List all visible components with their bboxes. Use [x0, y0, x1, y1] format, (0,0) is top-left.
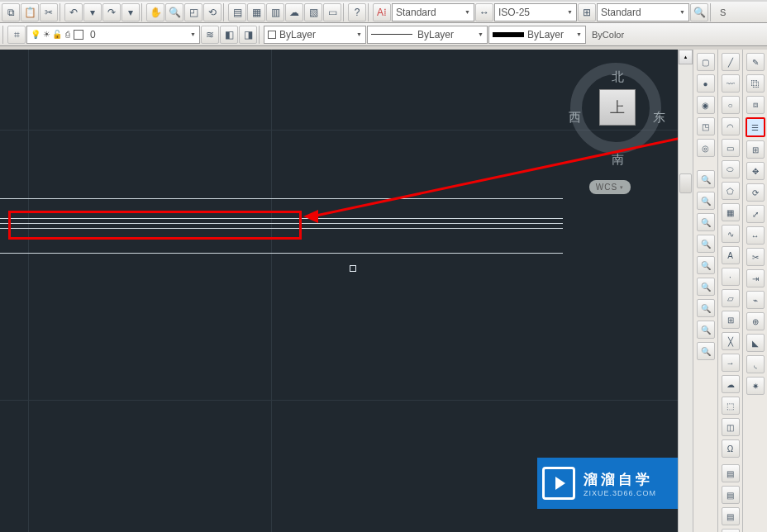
zoom-scale-icon[interactable]: 🔍	[697, 192, 715, 210]
scroll-up-button[interactable]: ▲	[679, 50, 693, 64]
viewcube-south[interactable]: 南	[612, 152, 624, 168]
viewcube[interactable]: 上 北 南 东 西 WCS	[562, 55, 678, 170]
extend-icon[interactable]: ⇥	[746, 269, 765, 287]
viewcube-west[interactable]: 西	[569, 110, 581, 126]
view-sphere2-icon[interactable]: ◉	[697, 96, 715, 114]
zoom-prev-icon[interactable]: 🔍	[697, 256, 715, 274]
layer-properties-button[interactable]: ⌗	[7, 26, 26, 44]
copy-icon[interactable]: ⿻	[746, 74, 765, 93]
viewcube-north[interactable]: 北	[612, 69, 624, 85]
offset-icon[interactable]: ☰	[746, 117, 765, 137]
ray-icon[interactable]: →	[722, 354, 740, 372]
zoom-realtime-button[interactable]: 🔍	[165, 3, 183, 21]
tool-palette-button[interactable]: ▥	[266, 3, 284, 21]
annoscale-button[interactable]: 🔍	[690, 3, 708, 21]
table-icon[interactable]: ⊞	[722, 311, 740, 329]
coord-sys-pill[interactable]: WCS	[589, 180, 631, 194]
point-icon[interactable]: ·	[722, 268, 740, 286]
mirror-icon[interactable]: ⧈	[746, 96, 765, 114]
explode-icon[interactable]: ✷	[746, 377, 765, 395]
zoom-ext-icon[interactable]: 🔍	[697, 235, 715, 253]
xline-icon[interactable]: ╳	[722, 332, 740, 350]
array-icon[interactable]: ⊞	[746, 140, 765, 159]
zoom-window-button[interactable]: ◰	[184, 3, 202, 21]
layers-a-icon[interactable]: ▤	[722, 464, 740, 482]
redo-button[interactable]: ↷	[102, 3, 121, 21]
match-prop-button[interactable]: ✂	[40, 3, 58, 21]
drawing-area[interactable]: 上 北 南 东 西 WCS 溜溜自学 ZIXUE.3D66.COM	[0, 50, 693, 532]
lineweight-dropdown[interactable]: ByLayer ▼	[488, 26, 586, 44]
dim-style-dropdown[interactable]: ISO-25 ▼	[494, 3, 577, 21]
line-icon[interactable]: ╱	[722, 53, 740, 71]
table-style-button[interactable]: ⊞	[578, 3, 596, 21]
view-sphere-icon[interactable]: ●	[697, 74, 715, 93]
revcloud-icon[interactable]: ☁	[722, 375, 740, 393]
scale-icon[interactable]: ⤢	[746, 205, 765, 223]
dim-style-button[interactable]: ↔	[475, 3, 493, 21]
pan-button[interactable]: ✋	[146, 3, 164, 21]
zoom-center-icon[interactable]: 🔍	[697, 170, 715, 188]
text-icon[interactable]: A	[722, 246, 740, 264]
block-icon[interactable]: ◫	[722, 418, 740, 436]
zoom-all-icon[interactable]: 🔍	[697, 278, 715, 296]
break-icon[interactable]: ⌁	[746, 291, 765, 309]
hatch-icon[interactable]: ▦	[722, 203, 740, 221]
paste-button[interactable]: 📋	[21, 3, 39, 21]
zoom-obj-icon[interactable]: 🔍	[697, 299, 715, 317]
props-button[interactable]: ▤	[228, 3, 246, 21]
ellipse-icon[interactable]: ⬭	[722, 160, 740, 178]
text-style-button[interactable]: A⁞	[373, 3, 391, 21]
pline-icon[interactable]: 〰	[722, 74, 740, 93]
zoom-sel-icon[interactable]: 🔍	[697, 213, 715, 231]
sheetset-button[interactable]: ▦	[247, 3, 265, 21]
vertical-scrollbar[interactable]: ▲	[678, 50, 693, 532]
layer-iso-button[interactable]: ◧	[220, 26, 238, 44]
rotate-icon[interactable]: ⟳	[746, 183, 765, 202]
circle-icon[interactable]: ○	[722, 96, 740, 114]
hide-icon[interactable]: ◎	[697, 139, 715, 157]
help-button[interactable]: ?	[348, 3, 366, 21]
copy-button[interactable]: ⧉	[2, 3, 20, 21]
viewcube-east[interactable]: 东	[653, 110, 665, 126]
move-icon[interactable]: ✥	[746, 162, 765, 180]
magnet-icon[interactable]: Ω	[722, 439, 740, 458]
layers-d-icon[interactable]: ▤	[722, 529, 740, 532]
zoom-prev-button[interactable]: ⟲	[203, 3, 222, 21]
chamfer-icon[interactable]: ◣	[746, 334, 765, 352]
rect-icon[interactable]: ▭	[722, 139, 740, 157]
zoom-dyn-icon[interactable]: 🔍	[697, 342, 715, 360]
stretch-icon[interactable]: ↔	[746, 226, 765, 245]
layers-b-icon[interactable]: ▤	[722, 486, 740, 504]
layer-name-value: 0	[90, 29, 96, 40]
erase-icon[interactable]: ✎	[746, 53, 765, 71]
scroll-thumb[interactable]	[679, 173, 692, 193]
chevron-down-icon: ▼	[474, 31, 484, 37]
arc-icon[interactable]: ◠	[722, 117, 740, 135]
ucs-icon[interactable]: ◳	[697, 117, 715, 135]
table-style-dropdown[interactable]: Standard ▼	[597, 3, 689, 21]
text-style-dropdown[interactable]: Standard ▼	[392, 3, 474, 21]
redo-dd-button[interactable]: ▾	[121, 3, 140, 21]
trim-icon[interactable]: ✂	[746, 248, 765, 266]
region-icon[interactable]: ▱	[722, 289, 740, 307]
join-icon[interactable]: ⊕	[746, 312, 765, 330]
calc-button[interactable]: ▭	[323, 3, 341, 21]
undo-button[interactable]: ↶	[64, 3, 83, 21]
polygon-icon[interactable]: ⬠	[722, 182, 740, 200]
watermark-sub: ZIXUE.3D66.COM	[584, 489, 656, 497]
spline-icon[interactable]: ∿	[722, 225, 740, 243]
view-box-icon[interactable]: ▢	[697, 53, 715, 71]
cloud-button[interactable]: ☁	[285, 3, 303, 21]
insert-icon[interactable]: ⬚	[722, 397, 740, 415]
markup-button[interactable]: ▧	[304, 3, 322, 21]
layers-c-icon[interactable]: ▤	[722, 507, 740, 525]
linetype-dropdown[interactable]: ByLayer ▼	[367, 26, 488, 44]
layer-tools-button[interactable]: ◨	[239, 26, 257, 44]
layer-state-button[interactable]: ≋	[201, 26, 219, 44]
layer-dropdown[interactable]: 💡 ☀ 🔓 ⎙ 0 ▼	[26, 26, 200, 44]
viewcube-top-face[interactable]: 上	[599, 89, 636, 126]
undo-dd-button[interactable]: ▾	[83, 3, 102, 21]
color-dropdown[interactable]: ByLayer ▼	[264, 26, 366, 44]
zoom-win-icon[interactable]: 🔍	[697, 321, 715, 339]
fillet-icon[interactable]: ◟	[746, 355, 765, 373]
